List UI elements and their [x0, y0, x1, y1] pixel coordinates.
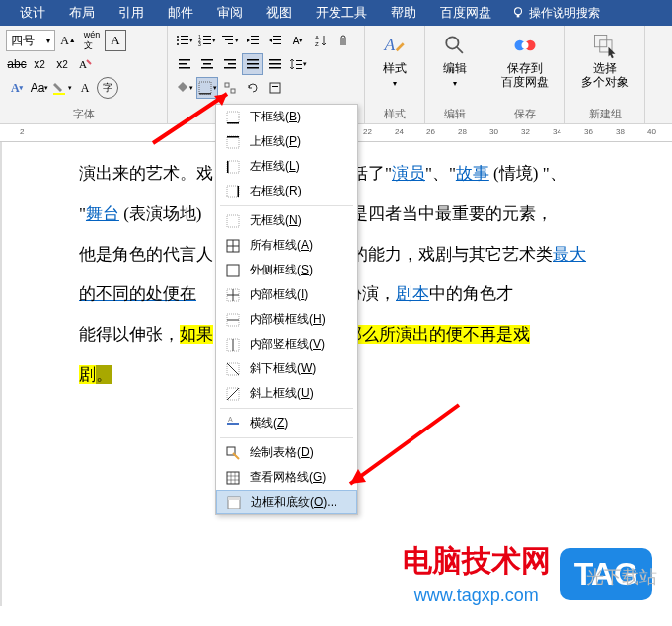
svg-rect-68: [227, 265, 239, 276]
increase-indent-icon[interactable]: [264, 30, 286, 51]
svg-rect-37: [247, 63, 259, 65]
grow-font-icon[interactable]: A▲: [57, 30, 79, 51]
svg-rect-44: [296, 68, 302, 69]
watermark-grey-text: 光下载站: [586, 565, 657, 588]
text-line: 他是角色的代言人的能力，戏剧与其它艺术类最大: [79, 235, 648, 275]
asian-layout-icon[interactable]: A▾: [287, 30, 309, 51]
selection-pane-icon[interactable]: [264, 77, 286, 99]
diag-up-icon: [224, 385, 242, 403]
multilevel-list-icon[interactable]: ▾: [219, 30, 241, 51]
tab-review[interactable]: 审阅: [205, 4, 255, 22]
tab-mailings[interactable]: 邮件: [156, 4, 205, 22]
styles-button[interactable]: A 样式▾: [371, 30, 418, 92]
menu-no-border[interactable]: 无框线(N): [216, 208, 357, 233]
text-line: 的不同的处便在演员的扮演，剧本中的角色才: [79, 274, 648, 315]
phonetic-guide-icon[interactable]: wén文: [81, 30, 103, 51]
left-border-icon: [224, 158, 242, 176]
numbering-icon[interactable]: 123▾: [196, 30, 218, 51]
svg-rect-65: [238, 186, 240, 197]
tab-developer[interactable]: 开发工具: [304, 4, 379, 22]
menu-outside-borders[interactable]: 外侧框线(S): [216, 258, 357, 282]
svg-rect-35: [224, 67, 236, 69]
svg-rect-1: [517, 15, 520, 18]
font-size-selector[interactable]: 四号▾: [6, 30, 55, 51]
bullets-icon[interactable]: ▾: [174, 30, 195, 51]
svg-rect-66: [227, 215, 239, 227]
highlight-icon[interactable]: ▾: [51, 77, 73, 99]
align-right-icon[interactable]: [219, 53, 241, 75]
diag-down-icon: [224, 360, 242, 378]
svg-rect-40: [269, 63, 281, 65]
subscript-icon[interactable]: x2: [29, 53, 50, 75]
svg-rect-50: [272, 86, 278, 87]
character-border-icon[interactable]: A: [105, 30, 126, 51]
menu-inside-v-border[interactable]: 内部竖框线(V): [216, 332, 357, 356]
text-line: 能得以伸张，如果演，那么所演出的便不再是戏: [79, 315, 648, 355]
clear-format-icon[interactable]: A: [74, 53, 96, 75]
svg-rect-22: [273, 36, 281, 37]
inside-borders-icon: [224, 286, 242, 304]
line-spacing-icon[interactable]: ▾: [287, 53, 309, 75]
styles-group: A 样式▾ 样式: [365, 26, 425, 123]
svg-rect-23: [273, 39, 281, 40]
menu-right-border[interactable]: 右框线(R): [216, 179, 357, 203]
show-marks-icon[interactable]: [333, 30, 354, 51]
svg-rect-16: [222, 36, 233, 37]
link-actor[interactable]: 演员: [392, 164, 425, 183]
baidu-cloud-icon: [511, 32, 539, 59]
svg-rect-15: [203, 43, 211, 44]
link-story[interactable]: 故事: [456, 164, 489, 183]
align-left-icon[interactable]: [174, 53, 195, 75]
decrease-indent-icon[interactable]: [242, 30, 263, 51]
svg-text:A: A: [315, 35, 319, 40]
borders-shading-icon: [225, 494, 243, 511]
select-objects-button[interactable]: 选择多个对象: [571, 30, 638, 92]
tab-references[interactable]: 引用: [107, 4, 156, 22]
tell-me-search[interactable]: 操作说明搜索: [511, 5, 600, 22]
distributed-icon[interactable]: [264, 53, 286, 75]
select-objects-icon: [591, 32, 619, 59]
svg-rect-38: [247, 67, 259, 69]
menu-inside-h-border[interactable]: 内部横框线(H): [216, 307, 357, 332]
svg-text:A: A: [79, 58, 87, 70]
font-color-icon[interactable]: A: [74, 77, 96, 99]
baidu-save-button[interactable]: 保存到百度网盘: [491, 30, 559, 92]
watermark-title: 电脑技术网: [403, 541, 551, 582]
tab-help[interactable]: 帮助: [379, 4, 428, 22]
superscript-icon[interactable]: x2: [51, 53, 73, 75]
tab-baidu[interactable]: 百度网盘: [428, 4, 503, 22]
editing-button[interactable]: 编辑▾: [431, 30, 479, 92]
text-line: "舞台 (表演场地) "是四者当中最重要的元素，: [79, 195, 648, 235]
svg-rect-31: [203, 63, 211, 65]
svg-rect-36: [247, 59, 259, 61]
text-effects-icon[interactable]: A▾: [6, 77, 28, 99]
tab-design[interactable]: 设计: [8, 4, 57, 22]
tab-layout[interactable]: 布局: [57, 4, 107, 22]
page-left-edge: [0, 142, 2, 606]
link-stage[interactable]: 舞台: [86, 204, 119, 223]
svg-point-55: [522, 42, 529, 49]
strikethrough-icon[interactable]: abc: [6, 53, 28, 75]
enclose-char-icon[interactable]: 字: [97, 77, 118, 99]
lightbulb-icon: [511, 6, 525, 20]
svg-rect-13: [203, 39, 211, 40]
align-justify-icon[interactable]: [242, 53, 263, 75]
change-case-icon[interactable]: Aa▾: [29, 77, 50, 99]
styles-icon: A: [381, 32, 409, 59]
svg-text:A: A: [228, 416, 233, 423]
svg-rect-33: [224, 59, 236, 61]
svg-rect-24: [273, 43, 281, 44]
sort-icon[interactable]: AZ: [310, 30, 332, 51]
align-center-icon[interactable]: [196, 53, 218, 75]
tab-view[interactable]: 视图: [255, 4, 304, 22]
menu-diag-down-border[interactable]: 斜下框线(W): [216, 356, 357, 381]
link-script[interactable]: 剧本: [396, 284, 429, 303]
hline-icon: A: [224, 415, 242, 432]
menu-left-border[interactable]: 左框线(L): [216, 154, 357, 179]
link-most[interactable]: 最大: [553, 245, 586, 264]
menu-inside-borders[interactable]: 内部框线(I): [216, 282, 357, 307]
menu-all-borders[interactable]: 所有框线(A): [216, 233, 357, 258]
svg-rect-28: [179, 63, 187, 65]
svg-point-4: [177, 36, 179, 38]
ribbon-tabs: 设计 布局 引用 邮件 审阅 视图 开发工具 帮助 百度网盘 操作说明搜索: [0, 0, 672, 26]
